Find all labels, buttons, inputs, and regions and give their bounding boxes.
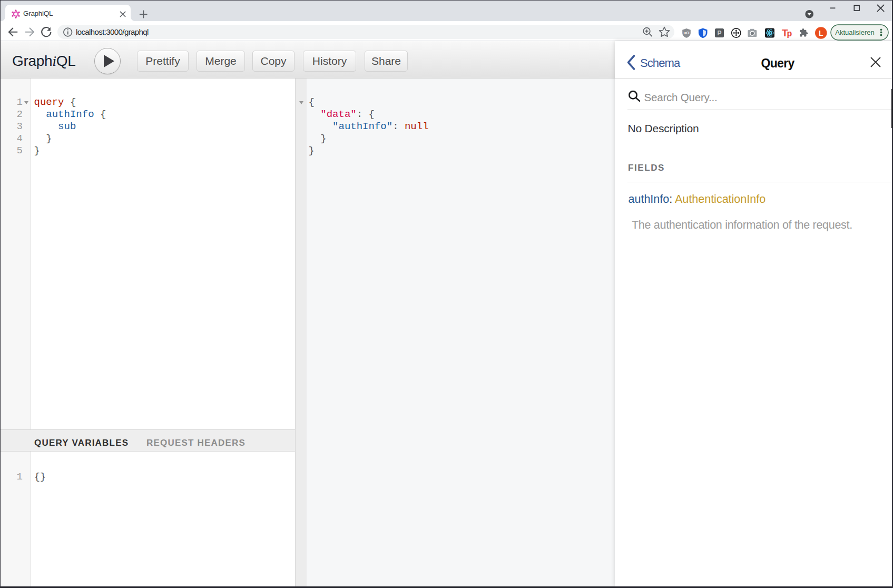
svg-text:P: P xyxy=(717,30,721,37)
svg-text:Aktualisieren: Aktualisieren xyxy=(835,28,874,36)
svg-text:p: p xyxy=(787,29,792,38)
svg-text:L: L xyxy=(819,29,823,37)
svg-text:uO: uO xyxy=(683,31,689,35)
